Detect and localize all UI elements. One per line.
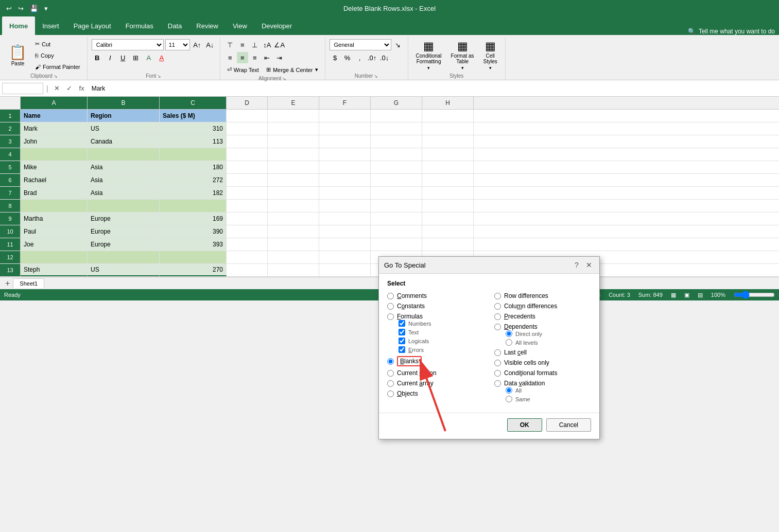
add-sheet-button[interactable]: +: [2, 279, 13, 288]
option-current-region[interactable]: Current region: [387, 369, 484, 377]
cell-a9[interactable]: Martha: [21, 212, 88, 225]
number-format-select[interactable]: General: [330, 39, 391, 50]
conditional-formatting-button[interactable]: ▦ ConditionalFormatting ▾: [412, 39, 445, 72]
align-bottom-button[interactable]: ⊥: [249, 39, 261, 50]
radio-comments[interactable]: [387, 293, 394, 299]
sheet-tab-sheet1[interactable]: Sheet1: [13, 278, 44, 288]
cell-f7[interactable]: [319, 187, 371, 199]
cell-a3[interactable]: John: [21, 135, 88, 148]
cell-h3[interactable]: [422, 135, 474, 148]
merge-center-button[interactable]: ⊞ Merge & Center ▾: [264, 65, 321, 75]
cell-h5[interactable]: [422, 161, 474, 173]
underline-button[interactable]: U: [117, 52, 129, 63]
option-visible-cells[interactable]: Visible cells only: [494, 359, 591, 366]
cell-c3[interactable]: 113: [160, 135, 227, 148]
col-header-b[interactable]: B: [88, 97, 160, 109]
cell-f6[interactable]: [319, 174, 371, 186]
copy-button[interactable]: ⎘ Copy: [32, 51, 83, 60]
cell-e8[interactable]: [268, 200, 319, 212]
cut-button[interactable]: ✂ Cut: [32, 39, 83, 49]
cell-a12[interactable]: [21, 251, 88, 263]
confirm-formula-button[interactable]: ✓: [64, 83, 75, 94]
radio-current-region[interactable]: [387, 370, 394, 377]
tab-insert[interactable]: Insert: [35, 16, 66, 35]
cell-b5[interactable]: Asia: [88, 161, 160, 173]
cell-e1[interactable]: [268, 110, 319, 122]
view-normal-icon[interactable]: ▦: [671, 292, 676, 298]
formula-input[interactable]: [90, 83, 777, 94]
cell-styles-button[interactable]: ▦ CellStyles ▾: [480, 39, 501, 72]
option-all-levels[interactable]: All levels: [506, 339, 591, 346]
number-format-expand-icon[interactable]: ↘: [392, 39, 404, 50]
row-num-13[interactable]: 13: [0, 264, 21, 276]
comma-button[interactable]: ,: [354, 52, 366, 63]
radio-data-validation[interactable]: [494, 380, 501, 387]
checkbox-errors[interactable]: [399, 346, 405, 353]
align-center-button[interactable]: ≡: [237, 52, 248, 63]
cell-e5[interactable]: [268, 161, 319, 173]
cell-b8[interactable]: [88, 200, 160, 212]
cell-a10[interactable]: Paul: [21, 225, 88, 238]
qat-more-button[interactable]: ▾: [42, 4, 50, 13]
option-text[interactable]: Text: [399, 329, 484, 335]
cell-g5[interactable]: [371, 161, 422, 173]
decrease-indent-button[interactable]: ⇤: [262, 52, 273, 63]
cell-a13[interactable]: Steph: [21, 264, 88, 276]
cell-g6[interactable]: [371, 174, 422, 186]
option-numbers[interactable]: Numbers: [399, 320, 484, 327]
option-errors[interactable]: Errors: [399, 346, 484, 353]
radio-direct-only[interactable]: [506, 330, 512, 337]
cell-a6[interactable]: Rachael: [21, 174, 88, 186]
cell-b2[interactable]: US: [88, 122, 160, 135]
cell-c6[interactable]: 272: [160, 174, 227, 186]
wrap-text-button[interactable]: ⏎ Wrap Text: [224, 65, 262, 75]
cell-b1[interactable]: Region: [88, 110, 160, 122]
row-num-2[interactable]: 2: [0, 122, 21, 135]
font-color-button[interactable]: A: [156, 52, 167, 63]
option-logicals[interactable]: Logicals: [399, 338, 484, 344]
col-header-c[interactable]: C: [160, 97, 227, 109]
col-header-g[interactable]: G: [371, 97, 422, 109]
increase-font-button[interactable]: A↑: [192, 39, 203, 50]
cell-c2[interactable]: 310: [160, 122, 227, 135]
col-header-f[interactable]: F: [319, 97, 371, 109]
undo-button[interactable]: ↩: [4, 4, 14, 13]
option-dependents[interactable]: Dependents: [494, 323, 591, 330]
cell-c11[interactable]: 393: [160, 238, 227, 251]
cell-a2[interactable]: Mark: [21, 122, 88, 135]
text-angle-button[interactable]: ∠A: [274, 39, 285, 50]
view-pagebreak-icon[interactable]: ▤: [698, 292, 703, 298]
cell-c7[interactable]: 182: [160, 187, 227, 199]
percent-button[interactable]: %: [342, 52, 353, 63]
cell-c1[interactable]: Sales ($ M): [160, 110, 227, 122]
italic-button[interactable]: I: [105, 52, 116, 63]
format-as-table-dropdown[interactable]: ▾: [461, 65, 464, 70]
option-comments[interactable]: Comments: [387, 292, 484, 299]
tab-data[interactable]: Data: [161, 16, 189, 35]
format-as-table-button[interactable]: ▦ Format asTable ▾: [447, 39, 478, 72]
option-dv-all[interactable]: All: [506, 387, 591, 394]
cell-f5[interactable]: [319, 161, 371, 173]
cell-a11[interactable]: Joe: [21, 238, 88, 251]
cell-e12[interactable]: [268, 251, 319, 263]
option-data-validation[interactable]: Data validation: [494, 380, 591, 387]
checkbox-numbers[interactable]: [399, 320, 405, 327]
cell-styles-dropdown[interactable]: ▾: [489, 65, 492, 70]
col-header-h[interactable]: H: [422, 97, 474, 109]
cell-g8[interactable]: [371, 200, 422, 212]
cell-c10[interactable]: 390: [160, 225, 227, 238]
cell-d10[interactable]: [227, 225, 268, 238]
radio-formulas[interactable]: [387, 313, 394, 320]
radio-row-differences[interactable]: [494, 293, 501, 299]
cell-h6[interactable]: [422, 174, 474, 186]
radio-current-array[interactable]: [387, 380, 394, 387]
cell-c13[interactable]: 270: [160, 264, 227, 276]
option-objects[interactable]: Objects: [387, 390, 484, 397]
insert-function-button[interactable]: fx: [76, 83, 88, 94]
row-num-1[interactable]: 1: [0, 110, 21, 122]
option-constants[interactable]: Constants: [387, 303, 484, 310]
cell-g10[interactable]: [371, 225, 422, 238]
cell-h11[interactable]: [422, 238, 474, 251]
cell-c5[interactable]: 180: [160, 161, 227, 173]
radio-last-cell[interactable]: [494, 349, 501, 356]
